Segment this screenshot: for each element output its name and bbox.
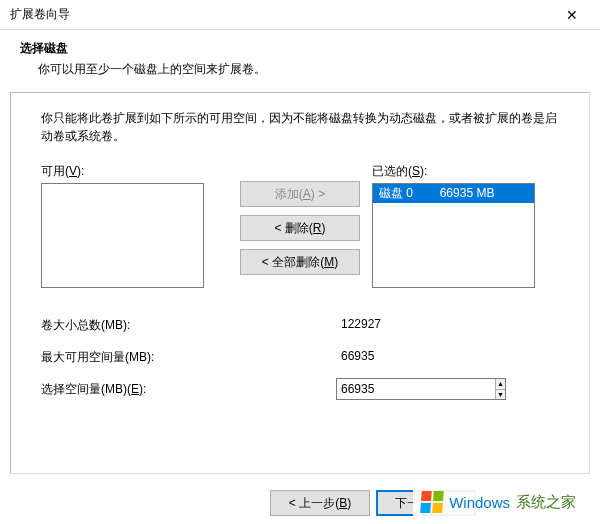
select-space-label: 选择空间量(MB)(E):: [41, 381, 336, 398]
info-text: 你只能将此卷扩展到如下所示的可用空间，因为不能将磁盘转换为动态磁盘，或者被扩展的…: [41, 109, 559, 145]
available-accelerator: V: [69, 164, 77, 178]
total-size-row: 卷大小总数(MB): 122927: [41, 314, 559, 336]
add-button[interactable]: 添加(A) >: [240, 181, 360, 207]
list-item[interactable]: 磁盘 0 66935 MB: [373, 184, 534, 203]
close-icon: ✕: [566, 7, 578, 23]
selected-listbox[interactable]: 磁盘 0 66935 MB: [372, 183, 535, 288]
back-button[interactable]: < 上一步(B): [270, 490, 370, 516]
select-space-spinner: ▲ ▼: [336, 378, 506, 400]
spin-up-button[interactable]: ▲: [496, 379, 505, 390]
spin-down-button[interactable]: ▼: [496, 390, 505, 400]
available-column: 可用(V):: [41, 163, 228, 288]
wizard-footer: < 上一步(B) 下一步(N) > 取消: [0, 490, 600, 516]
selected-label: 已选的(S):: [372, 163, 559, 180]
selected-column: 已选的(S): 磁盘 0 66935 MB: [372, 163, 559, 288]
spin-buttons: ▲ ▼: [495, 379, 505, 399]
next-button[interactable]: 下一步(N) >: [376, 490, 476, 516]
total-size-label: 卷大小总数(MB):: [41, 317, 336, 334]
page-subtitle: 你可以用至少一个磁盘上的空间来扩展卷。: [20, 61, 580, 78]
select-space-row: 选择空间量(MB)(E): ▲ ▼: [41, 378, 559, 400]
titlebar: 扩展卷向导 ✕: [0, 0, 600, 30]
max-space-row: 最大可用空间量(MB): 66935: [41, 346, 559, 368]
available-listbox[interactable]: [41, 183, 204, 288]
remove-button[interactable]: < 删除(R): [240, 215, 360, 241]
max-space-value: 66935: [336, 346, 506, 368]
max-space-label: 最大可用空间量(MB):: [41, 349, 336, 366]
remove-all-button[interactable]: < 全部删除(M): [240, 249, 360, 275]
total-size-value: 122927: [336, 314, 506, 336]
select-space-input[interactable]: [337, 379, 495, 399]
content-panel: 你只能将此卷扩展到如下所示的可用空间，因为不能将磁盘转换为动态磁盘，或者被扩展的…: [10, 92, 590, 474]
wizard-header: 选择磁盘 你可以用至少一个磁盘上的空间来扩展卷。: [0, 30, 600, 92]
available-label: 可用(V):: [41, 163, 228, 180]
disk-lists-row: 可用(V): 添加(A) > < 删除(R) < 全部删除(M) 已选的(S):…: [41, 163, 559, 288]
selected-accelerator: S: [412, 164, 420, 178]
page-title: 选择磁盘: [20, 40, 580, 57]
window-title: 扩展卷向导: [10, 6, 70, 23]
close-button[interactable]: ✕: [552, 1, 592, 29]
size-fields: 卷大小总数(MB): 122927 最大可用空间量(MB): 66935 选择空…: [41, 314, 559, 400]
transfer-buttons: 添加(A) > < 删除(R) < 全部删除(M): [236, 163, 364, 275]
